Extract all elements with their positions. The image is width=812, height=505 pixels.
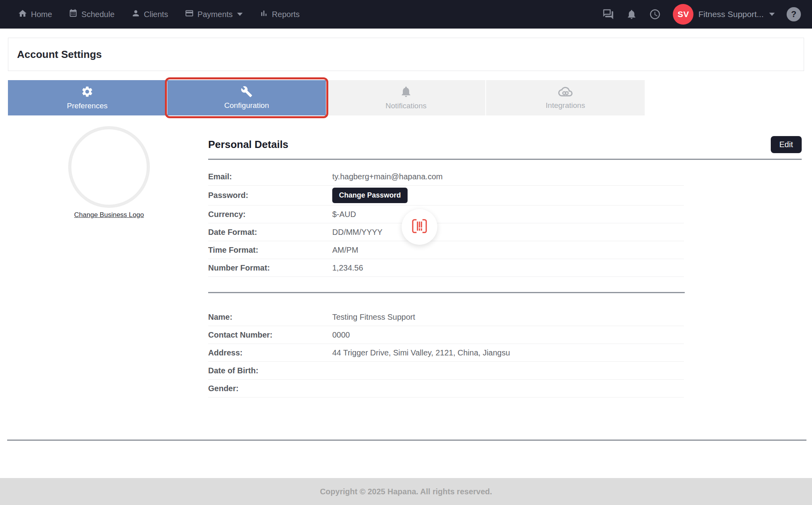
row-label: Gender: [208,384,332,393]
row-value: ty.hagberg+main@hapana.com [332,172,442,181]
copyright-text: Copyright © 2025 Hapana. All rights rese… [320,487,492,496]
business-logo-placeholder [68,126,150,208]
user-name: Fitness Support... [698,10,764,19]
avatar[interactable]: SV [673,4,693,25]
detail-row-number-format: Number Format: 1,234.56 [208,259,684,277]
caret-down-icon [237,13,243,16]
tab-label: Integrations [546,101,585,110]
detail-row-email: Email: ty.hagberg+main@hapana.com [208,168,684,186]
row-label: Password: [208,191,332,200]
row-label: Name: [208,313,332,322]
row-label: Date Format: [208,228,332,237]
page-title-card: Account Settings [8,38,804,71]
bell-icon[interactable] [626,9,637,20]
navbar-right: SV Fitness Support... ? [602,4,801,25]
details-rows-secondary: Name: Testing Fitness Support Contact Nu… [208,308,684,397]
detail-row-date-format: Date Format: DD/MM/YYYY [208,223,684,241]
row-value: Testing Fitness Support [332,313,415,322]
edit-button[interactable]: Edit [771,136,802,153]
change-business-logo-link[interactable]: Change Business Logo [68,211,150,219]
row-value: $-AUD [332,210,356,219]
help-icon[interactable]: ? [787,7,801,21]
detail-row-time-format: Time Format: AM/PM [208,241,684,259]
tab-label: Preferences [67,102,107,110]
nav-item-label: Home [31,10,52,19]
detail-row-date-of-birth: Date of Birth: [208,362,684,380]
detail-row-password: Password: Change Password [208,186,684,205]
nav-item-label: Clients [144,10,168,19]
gear-icon [81,85,94,100]
row-value: 1,234.56 [332,263,363,273]
row-label: Address: [208,348,332,357]
row-label: Date of Birth: [208,366,332,375]
user-menu[interactable]: SV Fitness Support... [673,4,775,25]
nav-item-label: Reports [272,10,300,19]
nav-item-clients[interactable]: Clients [131,9,168,20]
page-bottom-divider [7,440,806,441]
section-divider [208,292,685,293]
row-label: Number Format: [208,263,332,273]
tab-label: Configuration [224,101,269,110]
tab-integrations[interactable]: Integrations [486,80,645,115]
barcode-scan-button[interactable] [402,209,437,245]
caret-down-icon [769,13,775,16]
change-password-button[interactable]: Change Password [332,188,408,203]
row-label: Email: [208,172,332,181]
bell-icon [400,85,412,100]
section-header: Personal Details Edit [208,136,802,153]
nav-item-payments[interactable]: Payments [185,9,243,20]
cloud-link-icon [558,86,573,99]
top-navbar: Home Schedule Clients Payments Reports S… [0,0,812,29]
tab-label: Notifications [385,102,427,110]
detail-row-contact-number: Contact Number: 0000 [208,326,684,344]
tab-notifications[interactable]: Notifications [327,80,485,115]
row-label: Contact Number: [208,330,332,340]
section-title: Personal Details [208,138,288,151]
clock-icon[interactable] [649,8,661,20]
detail-row-gender: Gender: [208,380,684,397]
home-icon [18,9,27,20]
person-icon [131,9,140,20]
row-value: 0000 [332,330,350,340]
tab-configuration[interactable]: Configuration [167,80,326,115]
row-label: Currency: [208,210,332,219]
wrench-icon [241,86,253,99]
detail-row-currency: Currency: $-AUD [208,205,684,223]
chat-icon[interactable] [602,8,614,20]
settings-tabs: Preferences Configuration Notifications … [8,80,812,115]
row-label: Time Format: [208,246,332,255]
row-value: 44 Trigger Drive, Simi Valley, 2121, Chi… [332,348,510,357]
nav-item-reports[interactable]: Reports [259,9,300,20]
nav-item-label: Schedule [81,10,114,19]
details-rows-primary: Email: ty.hagberg+main@hapana.com Passwo… [208,168,684,277]
detail-row-address: Address: 44 Trigger Drive, Simi Valley, … [208,344,684,362]
row-value: AM/PM [332,246,358,255]
footer: Copyright © 2025 Hapana. All rights rese… [0,478,812,505]
nav-item-schedule[interactable]: Schedule [69,9,114,20]
nav-item-label: Payments [197,10,233,19]
page-title: Account Settings [17,48,102,61]
nav-item-home[interactable]: Home [18,9,52,20]
main-nav: Home Schedule Clients Payments Reports [18,9,300,20]
row-value: DD/MM/YYYY [332,228,383,237]
tab-preferences[interactable]: Preferences [8,80,167,115]
bar-chart-icon [259,9,268,20]
personal-details-section: Personal Details Edit Email: ty.hagberg+… [208,136,802,397]
calendar-icon [69,9,78,20]
section-divider [208,159,802,160]
detail-row-name: Name: Testing Fitness Support [208,308,684,326]
credit-card-icon [185,9,194,20]
barcode-scan-icon [410,217,429,237]
